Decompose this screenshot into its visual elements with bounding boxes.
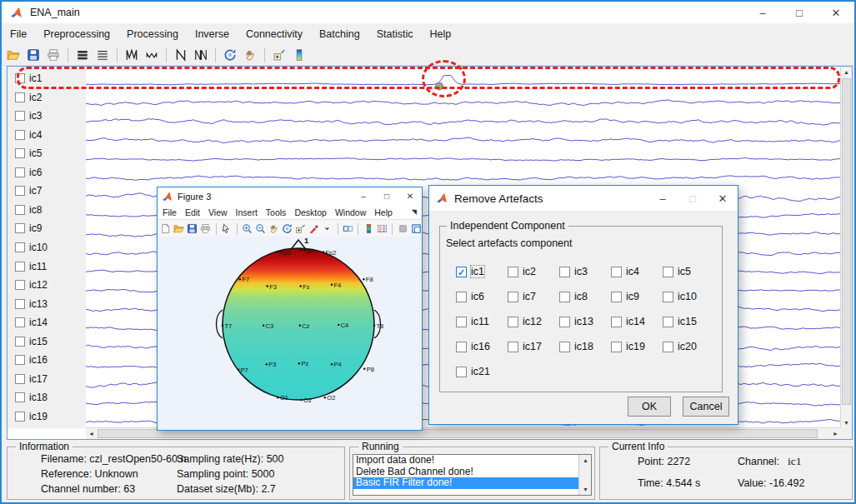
dialog-component-ic8[interactable]: ic8 [559, 291, 611, 302]
rotate3d-icon[interactable] [222, 47, 238, 63]
print-icon[interactable] [200, 222, 212, 235]
checkbox-ic3[interactable] [15, 111, 25, 121]
dialog-component-ic20[interactable]: ic20 [663, 341, 714, 352]
checkbox-ic16[interactable] [456, 342, 467, 352]
sidebar-channel-ic9[interactable]: ic9 [15, 222, 42, 234]
checkbox-ic6[interactable] [456, 292, 467, 302]
datatip-icon[interactable] [295, 222, 307, 235]
sidebar-channel-ic17[interactable]: ic17 [15, 373, 48, 385]
checkbox-ic16[interactable] [15, 355, 25, 365]
figure-menu-window[interactable]: Window [335, 207, 366, 217]
dialog-component-ic15[interactable]: ic15 [663, 316, 714, 327]
sidebar-channel-ic6[interactable]: ic6 [15, 167, 42, 178]
checkbox-ic14[interactable] [611, 317, 622, 327]
save-icon[interactable] [25, 47, 42, 63]
checkbox-ic8[interactable] [15, 205, 25, 215]
scroll-up-icon[interactable]: ▲ [580, 455, 591, 466]
sidebar-channel-ic16[interactable]: ic16 [15, 354, 48, 366]
amplitude-increase-icon[interactable] [123, 47, 140, 63]
new-file-icon[interactable] [160, 222, 172, 235]
checkbox-ic5[interactable] [15, 148, 25, 158]
menu-processing[interactable]: Processing [127, 28, 178, 40]
sidebar-channel-ic1[interactable]: ic1 [15, 72, 42, 84]
dialog-component-ic10[interactable]: ic10 [663, 291, 714, 302]
menu-connectivity[interactable]: Connectivity [246, 28, 303, 40]
dialog-component-ic18[interactable]: ic18 [559, 341, 611, 352]
figure-maximize-button[interactable]: □ [375, 187, 398, 205]
dialog-component-ic16[interactable]: ic16 [456, 341, 508, 352]
checkbox-ic21[interactable] [456, 367, 467, 377]
dialog-component-ic1[interactable]: ✓ic1 [456, 266, 508, 277]
sidebar-channel-ic8[interactable]: ic8 [15, 204, 42, 216]
dialog-component-ic7[interactable]: ic7 [508, 291, 559, 302]
checkbox-ic5[interactable] [663, 267, 673, 277]
timescale-increase-icon[interactable] [173, 47, 189, 63]
sidebar-channel-ic13[interactable]: ic13 [15, 298, 48, 310]
checkbox-ic12[interactable] [508, 317, 518, 327]
vertical-scrollbar[interactable]: ▲ ▼ [840, 67, 852, 428]
checkbox-ic15[interactable] [663, 317, 673, 327]
checkbox-ic20[interactable] [663, 342, 673, 352]
checkbox-ic1[interactable]: ✓ [456, 267, 467, 277]
figure-close-button[interactable]: ✕ [398, 187, 422, 205]
checkbox-ic13[interactable] [15, 299, 25, 309]
sidebar-channel-ic5[interactable]: ic5 [15, 147, 42, 159]
colorbar-icon[interactable] [363, 222, 374, 235]
sidebar-channel-ic10[interactable]: ic10 [15, 242, 48, 253]
checkbox-ic4[interactable] [611, 267, 622, 277]
checkbox-ic7[interactable] [15, 186, 25, 196]
pan-hand-icon[interactable] [242, 47, 258, 63]
checkbox-ic2[interactable] [15, 92, 25, 102]
menu-help[interactable]: Help [429, 28, 451, 40]
checkbox-ic17[interactable] [508, 342, 518, 352]
checkbox-ic9[interactable] [15, 223, 25, 233]
figure-menu-view[interactable]: View [208, 207, 228, 217]
datatip-icon[interactable] [271, 47, 288, 63]
checkbox-ic12[interactable] [15, 280, 25, 290]
ok-button[interactable]: OK [628, 397, 671, 417]
running-log-item[interactable]: Basic FIR Filter done! [353, 477, 591, 489]
dialog-component-ic4[interactable]: ic4 [611, 266, 663, 277]
checkbox-ic9[interactable] [611, 292, 622, 302]
scroll-down-icon[interactable]: ▼ [841, 417, 852, 428]
dialog-component-ic13[interactable]: ic13 [559, 316, 611, 327]
sidebar-channel-ic15[interactable]: ic15 [15, 336, 48, 347]
figure-menu-insert[interactable]: Insert [236, 207, 258, 217]
datatip-marker[interactable] [436, 82, 443, 89]
checkbox-ic4[interactable] [15, 130, 25, 140]
running-log-item[interactable]: Import data done! [353, 455, 591, 467]
dialog-minimize-button[interactable]: – [648, 186, 678, 211]
checkbox-ic10[interactable] [663, 292, 673, 302]
square-icon[interactable] [397, 222, 408, 235]
dialog-component-ic19[interactable]: ic19 [611, 341, 663, 352]
dialog-component-ic9[interactable]: ic9 [611, 291, 663, 302]
figure-menu-desktop[interactable]: Desktop [294, 207, 327, 217]
sidebar-channel-ic12[interactable]: ic12 [15, 279, 48, 291]
sidebar-channel-ic14[interactable]: ic14 [15, 317, 48, 328]
checkbox-ic6[interactable] [15, 167, 25, 177]
menu-overflow-icon[interactable]: ◥ [412, 208, 417, 216]
checkbox-ic8[interactable] [559, 292, 570, 302]
menu-file[interactable]: File [10, 28, 27, 40]
scroll-right-icon[interactable]: ► [830, 428, 841, 439]
dock-icon[interactable] [410, 222, 422, 235]
figure-minimize-button[interactable]: – [352, 187, 375, 205]
checkbox-ic15[interactable] [15, 337, 25, 347]
scroll-left-icon[interactable]: ◄ [86, 428, 97, 439]
dialog-component-ic6[interactable]: ic6 [456, 291, 508, 302]
save-icon[interactable] [187, 222, 198, 235]
insert-legend-icon[interactable] [376, 222, 388, 235]
sidebar-channel-ic4[interactable]: ic4 [15, 129, 42, 141]
dialog-component-ic17[interactable]: ic17 [508, 341, 559, 352]
menu-batching[interactable]: Batching [319, 28, 360, 40]
dialog-component-ic2[interactable]: ic2 [508, 266, 559, 277]
display-dense-icon[interactable] [74, 47, 91, 63]
checkbox-ic1[interactable] [15, 73, 25, 83]
close-button[interactable]: ✕ [818, 2, 854, 23]
minimize-button[interactable]: – [744, 2, 781, 23]
zoom-out-icon[interactable] [255, 222, 267, 235]
running-scrollbar[interactable]: ▲ ▼ [578, 455, 591, 495]
checkbox-ic18[interactable] [15, 392, 25, 402]
checkbox-ic19[interactable] [611, 342, 622, 352]
menu-statistic[interactable]: Statistic [377, 28, 413, 40]
